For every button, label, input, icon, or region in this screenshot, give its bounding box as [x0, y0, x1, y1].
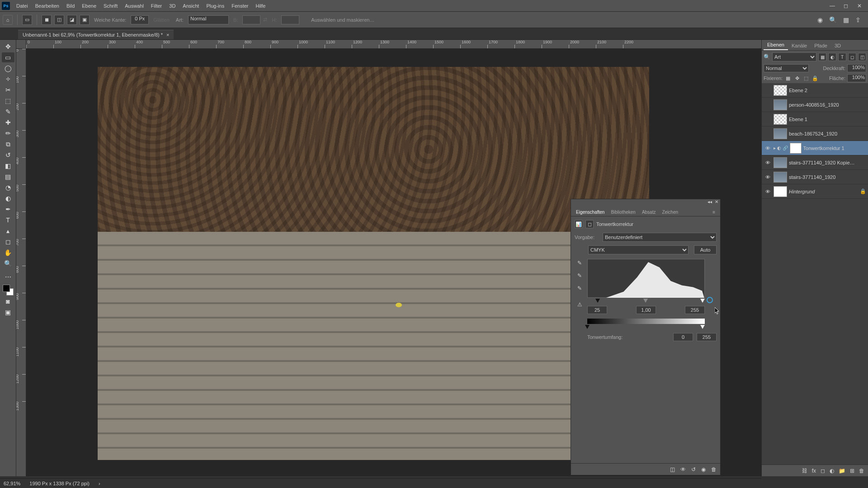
style-select[interactable]: Normal — [188, 15, 229, 24]
output-black-slider[interactable] — [585, 325, 590, 329]
output-slider[interactable] — [587, 325, 705, 330]
layer-mask-icon[interactable]: ◻ — [821, 468, 825, 474]
workspace-icon[interactable]: ▦ — [843, 16, 849, 23]
layer-thumb[interactable] — [774, 99, 787, 110]
wand-tool[interactable]: ✧ — [2, 74, 14, 84]
quickmask-toggle[interactable]: ◙ — [2, 296, 14, 306]
menu-ansicht[interactable]: Ansicht — [179, 3, 203, 9]
share-icon[interactable]: ⇪ — [855, 16, 861, 23]
doc-info[interactable]: 1990 Px x 1338 Px (72 ppi) — [29, 481, 90, 486]
tab-3d[interactable]: 3D — [831, 41, 844, 50]
filter-adjust-icon[interactable]: ◐ — [828, 53, 836, 61]
reset-icon[interactable]: ↺ — [691, 466, 696, 473]
document-tab[interactable]: Unbenannt-1 bei 62,9% (Tonwertkorrektur … — [18, 30, 174, 39]
ruler-vertical[interactable]: 0100200300400500600700800900100011001200… — [16, 49, 26, 476]
delete-adjustment-icon[interactable]: 🗑 — [711, 466, 717, 473]
tab-ebenen[interactable]: Ebenen — [764, 40, 788, 50]
heal-tool[interactable]: ✚ — [2, 117, 14, 127]
menu-schrift[interactable]: Schrift — [100, 3, 121, 9]
toggle-visibility-icon[interactable]: ◉ — [701, 466, 706, 473]
black-point-eyedropper[interactable]: ✎ — [576, 259, 584, 267]
layer-name[interactable]: Tonwertkorrektur 1 — [803, 145, 866, 151]
view-previous-icon[interactable]: 👁 — [680, 466, 686, 473]
dodge-tool[interactable]: ◐ — [2, 193, 14, 203]
search-icon[interactable]: 🔍 — [829, 16, 837, 23]
menu-bearbeiten[interactable]: Bearbeiten — [32, 3, 63, 9]
layer-thumb[interactable] — [774, 157, 787, 168]
close-tab-icon[interactable]: × — [166, 32, 169, 38]
select-and-mask-button[interactable]: Auswählen und maskieren… — [311, 17, 374, 23]
filter-pixel-icon[interactable]: ▦ — [818, 53, 826, 61]
opacity-input[interactable]: 100% — [847, 64, 866, 72]
menu-plugins[interactable]: Plug-ins — [203, 3, 228, 9]
delete-layer-icon[interactable]: 🗑 — [859, 468, 864, 474]
layer-thumb[interactable] — [774, 186, 787, 197]
tab-kanaele[interactable]: Kanäle — [788, 41, 811, 50]
auto-button[interactable]: Auto — [694, 245, 717, 254]
filter-shape-icon[interactable]: ◻ — [848, 53, 856, 61]
layer-row[interactable]: Ebene 2 — [762, 83, 868, 98]
home-button[interactable]: ⌂ — [3, 15, 13, 25]
layer-name[interactable]: Ebene 1 — [789, 117, 866, 122]
screenmode-toggle[interactable]: ▣ — [2, 307, 14, 317]
zoom-level[interactable]: 62,91% — [4, 481, 20, 486]
lock-icon[interactable]: 🔒 — [860, 188, 866, 194]
lock-artboard-icon[interactable]: ⬚ — [802, 75, 810, 82]
intersect-selection-icon[interactable]: ▣ — [80, 15, 90, 25]
history-brush-tool[interactable]: ↺ — [2, 150, 14, 160]
layer-name[interactable]: beach-1867524_1920 — [789, 131, 866, 136]
layer-thumb[interactable] — [774, 85, 787, 96]
close-button[interactable]: ✕ — [853, 3, 866, 9]
layer-mask-thumb[interactable] — [790, 143, 802, 154]
tab-zeichen[interactable]: Zeichen — [659, 208, 681, 216]
minimize-button[interactable]: — — [826, 3, 839, 9]
tab-pfade[interactable]: Pfade — [811, 41, 831, 50]
visibility-toggle[interactable]: 👁 — [764, 160, 772, 165]
layer-row[interactable]: 👁stairs-3771140_1920 Kopie… — [762, 155, 868, 170]
subtract-selection-icon[interactable]: ◪ — [67, 15, 77, 25]
visibility-toggle[interactable]: 👁 — [764, 174, 772, 180]
maximize-button[interactable]: ◻ — [839, 3, 853, 9]
tab-eigenschaften[interactable]: Eigenschaften — [573, 208, 608, 216]
menu-ebene[interactable]: Ebene — [78, 3, 100, 9]
preset-select[interactable]: Benutzerdefiniert — [603, 233, 717, 242]
move-tool[interactable]: ✥ — [2, 42, 14, 52]
fg-color[interactable] — [3, 285, 10, 292]
zoom-tool[interactable]: 🔍 — [2, 258, 14, 268]
new-selection-icon[interactable]: ◼ — [42, 15, 52, 25]
marquee-tool[interactable]: ▭ — [2, 52, 14, 62]
layer-name[interactable]: stairs-3771140_1920 Kopie… — [789, 160, 866, 165]
layer-row[interactable]: person-4008516_1920 — [762, 98, 868, 112]
menu-auswahl[interactable]: Auswahl — [121, 3, 147, 9]
gamma-input[interactable] — [636, 306, 656, 314]
crop-tool[interactable]: ✂ — [2, 85, 14, 95]
eyedropper-tool[interactable]: ✎ — [2, 107, 14, 117]
add-selection-icon[interactable]: ◫ — [54, 15, 64, 25]
edit-toolbar[interactable]: ⋯ — [2, 272, 14, 282]
shape-tool[interactable]: ◻ — [2, 237, 14, 247]
tab-bibliotheken[interactable]: Bibliotheken — [608, 208, 638, 216]
lasso-tool[interactable]: ◯ — [2, 63, 14, 73]
gray-point-eyedropper[interactable]: ✎ — [576, 272, 584, 280]
input-slider[interactable] — [587, 299, 705, 304]
filter-smart-icon[interactable]: ◫ — [858, 53, 866, 61]
marquee-select-icon[interactable]: ▭ — [22, 15, 32, 25]
layer-thumb[interactable] — [774, 128, 787, 139]
lock-all-icon[interactable]: 🔒 — [811, 75, 819, 82]
adjustment-layer-icon[interactable]: ◐ — [830, 468, 834, 474]
collapse-panel-icon[interactable]: ◂◂ — [708, 199, 712, 206]
ruler-origin[interactable] — [16, 40, 26, 49]
menu-filter[interactable]: Filter — [147, 3, 165, 9]
lock-pixels-icon[interactable]: ▦ — [784, 75, 792, 82]
clip-to-layer-icon[interactable]: ◫ — [670, 466, 675, 473]
path-select-tool[interactable]: ▴ — [2, 226, 14, 236]
layer-fx-icon[interactable]: fx — [812, 468, 816, 474]
hand-tool[interactable]: ✋ — [2, 248, 14, 258]
gradient-tool[interactable]: ▤ — [2, 172, 14, 182]
white-input[interactable] — [685, 306, 705, 314]
output-white-slider[interactable] — [700, 325, 705, 329]
menu-datei[interactable]: Datei — [13, 3, 32, 9]
type-tool[interactable]: T — [2, 215, 14, 225]
menu-fenster[interactable]: Fenster — [228, 3, 252, 9]
clip-warning-icon[interactable]: ⚠ — [576, 300, 584, 309]
